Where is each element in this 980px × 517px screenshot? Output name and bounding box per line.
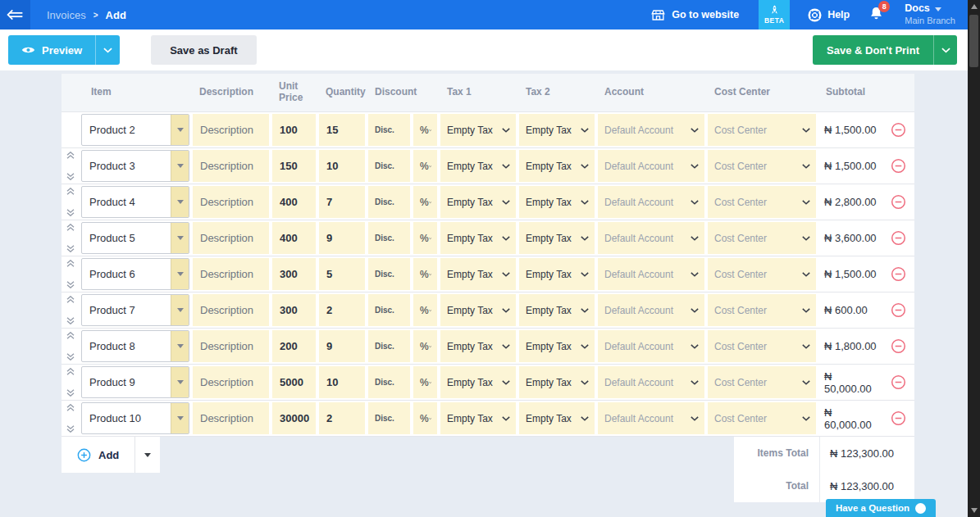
- cost-center-select[interactable]: Cost Center: [708, 150, 816, 182]
- move-row-down-icon[interactable]: [66, 281, 75, 288]
- unit-price-input[interactable]: 100: [272, 114, 316, 146]
- discount-input[interactable]: Disc.: [368, 150, 410, 182]
- discount-type-select[interactable]: %: [413, 402, 437, 434]
- tax2-select[interactable]: Empty Tax: [519, 150, 595, 182]
- move-row-down-icon[interactable]: [66, 317, 75, 324]
- cost-center-select[interactable]: Cost Center: [708, 402, 816, 434]
- move-row-down-icon[interactable]: [66, 245, 75, 252]
- discount-input[interactable]: Disc.: [368, 330, 410, 362]
- item-select[interactable]: Product 8: [81, 330, 189, 362]
- discount-input[interactable]: Disc.: [368, 258, 410, 290]
- move-row-down-icon[interactable]: [66, 173, 75, 180]
- item-select[interactable]: Product 4: [81, 186, 189, 218]
- unit-price-input[interactable]: 300: [272, 258, 316, 290]
- preview-button[interactable]: Preview: [8, 35, 95, 65]
- discount-type-select[interactable]: %: [413, 186, 437, 218]
- item-select[interactable]: Product 6: [81, 258, 189, 290]
- move-row-up-icon[interactable]: [66, 368, 75, 375]
- preview-dropdown-button[interactable]: [95, 35, 120, 65]
- move-row-up-icon[interactable]: [66, 260, 75, 267]
- account-select[interactable]: Default Account: [598, 150, 704, 182]
- cost-center-select[interactable]: Cost Center: [708, 330, 816, 362]
- tax1-select[interactable]: Empty Tax: [440, 402, 516, 434]
- tax2-select[interactable]: Empty Tax: [519, 366, 595, 398]
- move-row-up-icon[interactable]: [66, 296, 75, 303]
- scrollbar-thumb[interactable]: [969, 15, 978, 67]
- delete-row-button[interactable]: [891, 338, 906, 354]
- delete-row-button[interactable]: [891, 194, 906, 210]
- move-row-up-icon[interactable]: [66, 332, 75, 339]
- discount-input[interactable]: Disc.: [368, 402, 410, 434]
- unit-price-input[interactable]: 150: [272, 150, 316, 182]
- quantity-input[interactable]: 7: [319, 186, 365, 218]
- item-dropdown-icon[interactable]: [171, 151, 189, 181]
- tax1-select[interactable]: Empty Tax: [440, 258, 516, 290]
- beta-badge[interactable]: BETA: [759, 0, 790, 29]
- delete-row-button[interactable]: [891, 266, 906, 282]
- delete-row-button[interactable]: [891, 302, 906, 318]
- description-input[interactable]: Description: [193, 186, 269, 218]
- tax2-select[interactable]: Empty Tax: [519, 330, 595, 362]
- description-input[interactable]: Description: [193, 366, 269, 398]
- item-dropdown-icon[interactable]: [171, 403, 189, 433]
- description-input[interactable]: Description: [193, 402, 269, 434]
- discount-input[interactable]: Disc.: [368, 366, 410, 398]
- account-select[interactable]: Default Account: [598, 366, 704, 398]
- unit-price-input[interactable]: 400: [272, 186, 316, 218]
- item-select[interactable]: Product 10: [81, 402, 189, 434]
- quantity-input[interactable]: 9: [319, 222, 365, 254]
- discount-type-select[interactable]: %: [413, 330, 437, 362]
- tax2-select[interactable]: Empty Tax: [519, 222, 595, 254]
- description-input[interactable]: Description: [193, 294, 269, 326]
- description-input[interactable]: Description: [193, 258, 269, 290]
- tax1-select[interactable]: Empty Tax: [440, 222, 516, 254]
- cost-center-select[interactable]: Cost Center: [708, 222, 816, 254]
- tax1-select[interactable]: Empty Tax: [440, 150, 516, 182]
- tax2-select[interactable]: Empty Tax: [519, 402, 595, 434]
- discount-type-select[interactable]: %: [413, 150, 437, 182]
- description-input[interactable]: Description: [193, 222, 269, 254]
- discount-input[interactable]: Disc.: [368, 222, 410, 254]
- have-a-question-button[interactable]: Have a Question ?: [826, 499, 936, 517]
- move-row-down-icon[interactable]: [66, 425, 75, 433]
- quantity-input[interactable]: 10: [319, 150, 365, 182]
- save-as-draft-button[interactable]: Save as Draft: [151, 35, 256, 65]
- tax2-select[interactable]: Empty Tax: [519, 258, 595, 290]
- discount-type-select[interactable]: %: [413, 294, 437, 326]
- move-row-down-icon[interactable]: [66, 389, 75, 397]
- account-select[interactable]: Default Account: [598, 330, 704, 362]
- item-select[interactable]: Product 9: [81, 366, 189, 398]
- description-input[interactable]: Description: [193, 150, 269, 182]
- tax2-select[interactable]: Empty Tax: [519, 294, 595, 326]
- cost-center-select[interactable]: Cost Center: [708, 258, 816, 290]
- tax2-select[interactable]: Empty Tax: [519, 114, 595, 146]
- account-select[interactable]: Default Account: [598, 258, 704, 290]
- tax2-select[interactable]: Empty Tax: [519, 186, 595, 218]
- branch-switcher[interactable]: Docs Main Branch: [905, 2, 955, 26]
- delete-row-button[interactable]: [891, 158, 906, 174]
- delete-row-button[interactable]: [891, 410, 906, 426]
- discount-input[interactable]: Disc.: [368, 186, 410, 218]
- move-row-up-icon[interactable]: [66, 404, 75, 411]
- breadcrumb-invoices[interactable]: Invoices: [47, 9, 86, 21]
- item-dropdown-icon[interactable]: [171, 331, 189, 361]
- discount-type-select[interactable]: %: [413, 366, 437, 398]
- account-select[interactable]: Default Account: [598, 186, 704, 218]
- account-select[interactable]: Default Account: [598, 222, 704, 254]
- item-dropdown-icon[interactable]: [171, 187, 189, 217]
- tax1-select[interactable]: Empty Tax: [440, 294, 516, 326]
- delete-row-button[interactable]: [891, 374, 906, 390]
- move-row-up-icon[interactable]: [66, 224, 75, 231]
- item-dropdown-icon[interactable]: [171, 295, 189, 325]
- discount-input[interactable]: Disc.: [368, 294, 410, 326]
- item-select[interactable]: Product 5: [81, 222, 189, 254]
- unit-price-input[interactable]: 200: [272, 330, 316, 362]
- quantity-input[interactable]: 15: [319, 114, 365, 146]
- unit-price-input[interactable]: 30000: [272, 402, 316, 434]
- back-button[interactable]: [0, 0, 30, 29]
- cost-center-select[interactable]: Cost Center: [708, 366, 816, 398]
- quantity-input[interactable]: 2: [319, 402, 365, 434]
- item-select[interactable]: Product 2: [81, 114, 189, 146]
- move-row-up-icon[interactable]: [66, 188, 75, 195]
- notifications-button[interactable]: 8: [869, 6, 883, 24]
